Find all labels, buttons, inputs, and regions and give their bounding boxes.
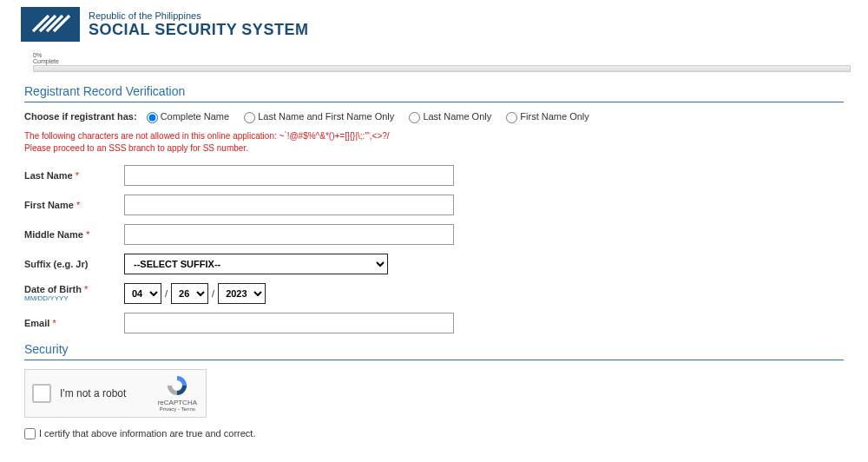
- progress-label: Complete: [33, 58, 59, 64]
- recaptcha-checkbox[interactable]: [32, 384, 51, 403]
- sss-logo: [21, 7, 80, 42]
- firstname-input[interactable]: [124, 195, 454, 215]
- lastname-label: Last Name *: [24, 170, 124, 181]
- middlename-label: Middle Name *: [24, 229, 124, 240]
- certify-checkbox[interactable]: [24, 428, 36, 439]
- suffix-select[interactable]: --SELECT SUFFIX--: [124, 254, 388, 274]
- dob-year-select[interactable]: 2023: [218, 283, 266, 304]
- radio-last-first-label[interactable]: Last Name and First Name Only: [244, 111, 394, 122]
- header-subtitle: Republic of the Philippines: [89, 10, 308, 21]
- warning-text: The following characters are not allowed…: [24, 130, 844, 155]
- recaptcha-icon: [166, 374, 188, 397]
- dob-day-select[interactable]: 26: [171, 283, 208, 304]
- recaptcha-text: I'm not a robot: [60, 387, 158, 399]
- radio-last-first[interactable]: [244, 112, 255, 123]
- radio-complete-name-label[interactable]: Complete Name: [147, 111, 229, 122]
- progress-indicator: 0% Complete: [33, 52, 851, 72]
- suffix-label: Suffix (e.g. Jr): [24, 259, 124, 269]
- radio-first-only-label[interactable]: First Name Only: [506, 111, 589, 122]
- certify-text: I certify that above information are tru…: [39, 428, 255, 439]
- progress-bar: [33, 65, 851, 72]
- section-title-security: Security: [24, 342, 844, 360]
- firstname-label: First Name *: [24, 200, 124, 210]
- email-input[interactable]: [124, 313, 454, 333]
- dob-label: Date of Birth *MM/DD/YYYY: [24, 284, 124, 302]
- registrant-choice-row: Choose if registrant has: Complete Name …: [24, 111, 844, 123]
- radio-complete-name[interactable]: [147, 112, 158, 123]
- lastname-input[interactable]: [124, 165, 454, 186]
- email-label: Email *: [24, 318, 124, 328]
- progress-percent: 0%: [33, 52, 42, 58]
- warning-line2: Please proceed to an SSS branch to apply…: [24, 142, 844, 155]
- choice-prompt: Choose if registrant has:: [24, 111, 137, 122]
- radio-last-only-label[interactable]: Last Name Only: [409, 111, 491, 122]
- dob-month-select[interactable]: 04: [124, 283, 161, 304]
- section-title-verification: Registrant Record Verification: [24, 84, 844, 102]
- middlename-input[interactable]: [124, 224, 454, 245]
- recaptcha-widget[interactable]: I'm not a robot reCAPTCHA Privacy - Term…: [24, 369, 207, 418]
- warning-line1: The following characters are not allowed…: [24, 130, 844, 142]
- radio-first-only[interactable]: [506, 112, 517, 123]
- recaptcha-brand: reCAPTCHA Privacy - Terms: [158, 374, 197, 412]
- radio-last-only[interactable]: [409, 112, 420, 123]
- dob-format: MM/DD/YYYY: [24, 294, 124, 302]
- page-header: Republic of the Philippines SOCIAL SECUR…: [0, 0, 868, 49]
- header-title: SOCIAL SECURITY SYSTEM: [89, 21, 308, 39]
- certify-row: I certify that above information are tru…: [24, 428, 844, 440]
